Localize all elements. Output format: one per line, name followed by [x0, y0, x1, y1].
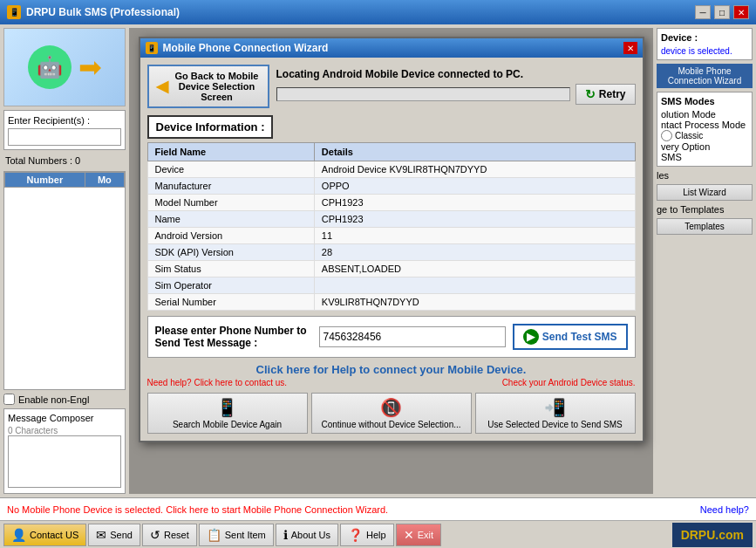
go-back-icon: ◀: [156, 77, 168, 96]
table-row: Sim Operator: [147, 277, 635, 294]
modal-bottom-buttons: 📱 Search Mobile Device Again 📵 Continue …: [147, 393, 636, 434]
modal-top-row: ◀ Go Back to Mobile Device Selection Scr…: [147, 65, 636, 108]
enable-non-eng-label: Enable non-Engl: [18, 394, 89, 405]
search-mobile-button[interactable]: 📱 Search Mobile Device Again: [147, 393, 308, 434]
field-name-cell: Serial Number: [147, 294, 314, 311]
details-cell: CPH1923: [314, 195, 635, 211]
maximize-button[interactable]: □: [714, 5, 730, 19]
connection-wizard-modal: 📱 Mobile Phone Connection Wizard ✕ ◀ Go …: [139, 37, 644, 442]
table-row: Android Version11: [147, 228, 635, 244]
about-us-label: About Us: [291, 530, 330, 540]
reset-label: Reset: [164, 530, 189, 540]
table-row: ManufacturerOPPO: [147, 178, 635, 195]
use-selected-label: Use Selected Device to Send SMS: [487, 420, 623, 429]
send-icon: ✉: [96, 528, 106, 542]
field-name-cell: Model Number: [147, 195, 314, 211]
search-mobile-label: Search Mobile Device Again: [173, 420, 282, 429]
files-label: les: [657, 170, 753, 181]
status-help[interactable]: Need help?: [700, 504, 749, 515]
table-row: NameCPH1923: [147, 211, 635, 228]
use-selected-icon: 📲: [544, 397, 566, 418]
center-panel: 📱 Mobile Phone Connection Wizard ✕ ◀ Go …: [129, 28, 653, 494]
retry-label: Retry: [599, 88, 626, 100]
device-info-header: Device Information :: [147, 115, 274, 139]
phone-test-label: Please enter Phone Number to Send Test M…: [155, 325, 312, 349]
table-row: DeviceAndroid Device KV9LIR8THQN7DYYD: [147, 161, 635, 178]
exit-button[interactable]: ✕ Exit: [396, 524, 441, 546]
need-help-link[interactable]: Need help? Click here to contact us.: [147, 378, 288, 387]
status-text[interactable]: No Mobile Phone Device is selected. Clic…: [7, 504, 700, 515]
help-button[interactable]: ❓ Help: [340, 524, 394, 546]
window-controls: ─ □ ✕: [695, 5, 749, 19]
table-row: Serial NumberKV9LIR8THQN7DYYD: [147, 294, 635, 311]
locating-text: Locating Android Mobile Device connected…: [276, 68, 636, 80]
help-link[interactable]: Click here for Help to connect your Mobi…: [147, 363, 636, 376]
delivery-option: very Option: [661, 141, 748, 152]
message-textarea[interactable]: [8, 435, 121, 488]
continue-without-button[interactable]: 📵 Continue without Device Selection...: [311, 393, 472, 434]
col-field-name: Field Name: [147, 143, 314, 161]
classic-radio[interactable]: [661, 130, 672, 141]
title-bar: 📱 DRPU Bulk SMS (Professional) ─ □ ✕: [0, 0, 756, 24]
details-cell: KV9LIR8THQN7DYYD: [314, 294, 635, 311]
field-name-cell: SDK (API) Version: [147, 244, 314, 261]
enter-recipient-box: Enter Recipient(s) :: [3, 110, 126, 150]
recipient-input[interactable]: [8, 128, 121, 146]
details-cell: OPPO: [314, 178, 635, 195]
field-name-cell: Name: [147, 211, 314, 228]
phone-number-input[interactable]: [319, 326, 506, 347]
right-panel: Device : device is selected. Mobile Phon…: [657, 28, 753, 494]
list-wizard-button[interactable]: List Wizard: [657, 184, 753, 201]
classic-option: Classic: [661, 130, 748, 141]
message-composer: Message Composer 0 Characters: [3, 408, 126, 494]
retry-button[interactable]: ↻ Retry: [576, 84, 636, 105]
close-button[interactable]: ✕: [733, 5, 749, 19]
send-label: Send: [110, 530, 133, 540]
details-cell: CPH1923: [314, 211, 635, 228]
help-icon: ❓: [348, 528, 363, 542]
locating-area: Locating Android Mobile Device connected…: [276, 68, 636, 105]
field-name-cell: Manufacturer: [147, 178, 314, 195]
about-us-button[interactable]: ℹ About Us: [276, 524, 338, 546]
send-test-icon: ▶: [523, 329, 539, 345]
modal-overlay: 📱 Mobile Phone Connection Wizard ✕ ◀ Go …: [129, 28, 653, 494]
sms-modes-label: SMS Modes: [661, 96, 748, 106]
reset-icon: ↺: [150, 528, 160, 542]
go-back-button[interactable]: ◀ Go Back to Mobile Device Selection Scr…: [147, 65, 269, 108]
sent-item-icon: 📋: [207, 528, 221, 542]
arrow-icon: ➡: [78, 51, 102, 84]
details-cell: 28: [314, 244, 635, 261]
table-row: Sim StatusABSENT,LOADED: [147, 261, 635, 277]
sent-item-button[interactable]: 📋 Sent Item: [199, 524, 274, 546]
message-composer-label: Message Composer: [8, 413, 121, 423]
details-cell: [314, 277, 635, 294]
col-number: Number: [5, 173, 85, 188]
wizard-label: Mobile Phone Connection Wizard: [668, 66, 741, 86]
status-bar: No Mobile Phone Device is selected. Clic…: [0, 497, 756, 520]
enable-non-eng-checkbox[interactable]: [3, 394, 15, 405]
help-label: Help: [366, 530, 386, 540]
check-status-link[interactable]: Check your Android Device status.: [502, 378, 636, 387]
use-selected-button[interactable]: 📲 Use Selected Device to Send SMS: [475, 393, 636, 434]
radio-group: Classic: [661, 130, 748, 141]
phone-test-section: Please enter Phone Number to Send Test M…: [147, 316, 636, 358]
help-area: Click here for Help to connect your Mobi…: [147, 363, 636, 387]
classic-label: Classic: [675, 131, 703, 140]
modal-close-button[interactable]: ✕: [623, 42, 637, 54]
modal-body: ◀ Go Back to Mobile Device Selection Scr…: [140, 58, 643, 441]
send-test-label: Send Test SMS: [542, 331, 617, 343]
contact-us-button[interactable]: 👤 Contact US: [3, 524, 86, 546]
field-name-cell: Sim Status: [147, 261, 314, 277]
minimize-button[interactable]: ─: [695, 5, 711, 19]
col-mo: Mo: [85, 173, 124, 188]
table-row: SDK (API) Version28: [147, 244, 635, 261]
send-test-button[interactable]: ▶ Send Test SMS: [513, 324, 628, 350]
details-cell: Android Device KV9LIR8THQN7DYYD: [314, 161, 635, 178]
sms-label: SMS: [661, 152, 748, 162]
send-button[interactable]: ✉ Send: [88, 524, 140, 546]
details-cell: ABSENT,LOADED: [314, 261, 635, 277]
reset-button[interactable]: ↺ Reset: [142, 524, 197, 546]
continue-without-icon: 📵: [380, 397, 402, 418]
modal-title: Mobile Phone Connection Wizard: [163, 42, 329, 54]
templates-button[interactable]: Templates: [657, 218, 753, 235]
